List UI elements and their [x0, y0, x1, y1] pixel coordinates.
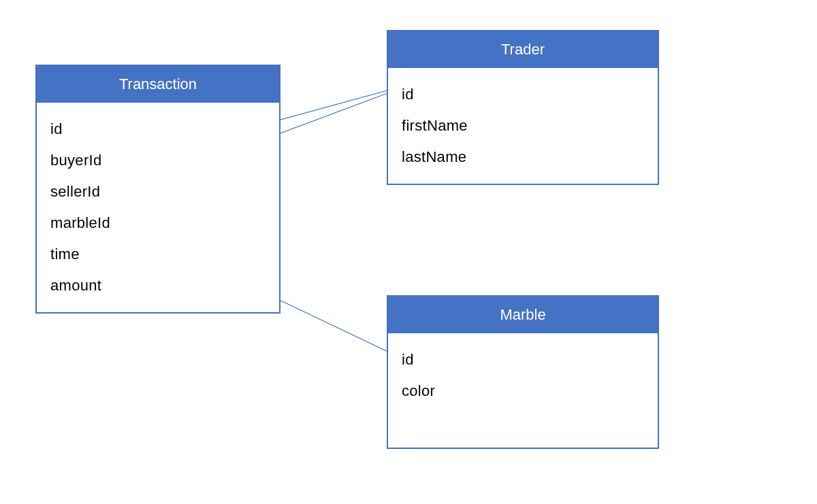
entity-trader-body: id firstName lastName: [388, 68, 658, 184]
transaction-field-sellerid: sellerId: [50, 176, 266, 207]
trader-field-lastname: lastName: [402, 141, 644, 173]
entity-trader: Trader id firstName lastName: [387, 30, 659, 185]
entity-marble-header: Marble: [388, 297, 658, 333]
trader-field-firstname: firstName: [402, 110, 644, 141]
entity-transaction-header: Transaction: [37, 66, 279, 103]
entity-marble: Marble id color: [387, 295, 659, 449]
transaction-field-id: id: [50, 114, 266, 145]
entity-marble-title: Marble: [500, 306, 545, 323]
transaction-field-buyerid: buyerId: [50, 145, 266, 176]
entity-transaction-title: Transaction: [119, 75, 197, 93]
entity-trader-header: Trader: [388, 31, 658, 68]
entity-transaction: Transaction id buyerId sellerId marbleId…: [35, 65, 281, 314]
trader-field-id: id: [402, 79, 644, 110]
marble-field-id: id: [402, 344, 644, 375]
entity-trader-title: Trader: [501, 41, 545, 58]
transaction-field-marbleid: marbleId: [50, 207, 266, 239]
marble-field-color: color: [402, 375, 644, 407]
entity-marble-body: id color: [388, 333, 658, 448]
entity-transaction-body: id buyerId sellerId marbleId time amount: [37, 103, 279, 312]
transaction-field-time: time: [50, 239, 266, 270]
transaction-field-amount: amount: [50, 270, 266, 301]
